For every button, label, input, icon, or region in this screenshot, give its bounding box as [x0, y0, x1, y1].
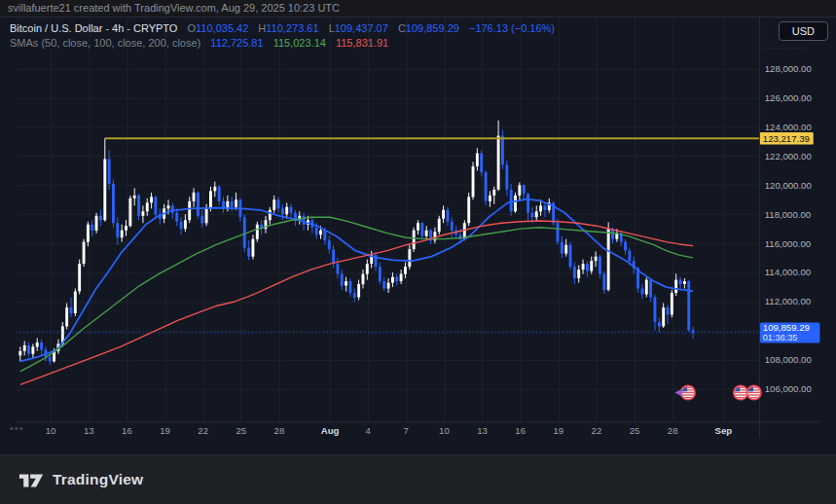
tradingview-brand-text[interactable]: TradingView [53, 471, 143, 488]
sma100-line[interactable] [20, 217, 693, 372]
interval-label[interactable]: 4h [112, 22, 124, 34]
exchange-label: CRYPTO [133, 22, 177, 34]
chart-area[interactable]: 128,000.00126,000.00124,000.00122,000.00… [0, 18, 836, 454]
svg-text:28: 28 [274, 425, 285, 436]
svg-text:112,000.00: 112,000.00 [765, 296, 811, 306]
svg-text:7: 7 [404, 425, 409, 436]
low-value: 109,437.07 [335, 22, 388, 34]
economic-event-icon[interactable] [681, 385, 695, 399]
svg-text:25: 25 [236, 425, 246, 436]
price-tag-yellow: 123,217.39 [760, 132, 814, 144]
event-arrow-icon [674, 389, 682, 397]
symbol-title[interactable]: Bitcoin / U.S. Dollar [10, 22, 102, 34]
symbol-row: Bitcoin / U.S. Dollar-4h-CRYPTO O110,035… [10, 21, 555, 36]
attribution-bar: svillafuerte21 created with TradingView.… [0, 0, 836, 18]
legend: Bitcoin / U.S. Dollar-4h-CRYPTO O110,035… [10, 21, 555, 51]
open-key: O [187, 22, 196, 34]
dimmed-price-label: - -- - -- - -- - -- [762, 44, 807, 51]
sma-row: SMAs (50, close, 100, close, 200, close)… [10, 36, 555, 51]
svg-text:123,217.39: 123,217.39 [763, 133, 810, 144]
svg-text:13: 13 [477, 425, 488, 436]
svg-text:126,000.00: 126,000.00 [765, 92, 812, 103]
svg-text:109,859.29: 109,859.29 [763, 322, 810, 333]
tradingview-logo-icon[interactable] [18, 470, 44, 490]
close-value: 109,859.29 [406, 22, 459, 34]
time-axis[interactable]: 10131619222528Aug4710131619222528Sep [46, 425, 733, 436]
svg-text:Sep: Sep [715, 425, 733, 436]
sma100-value: 115,023.14 [273, 37, 326, 49]
currency-toggle-button[interactable]: USD [779, 21, 828, 41]
svg-text:16: 16 [515, 425, 526, 436]
grid-layer [17, 18, 759, 421]
footer: TradingView [0, 454, 836, 504]
open-value: 110,035.42 [196, 22, 248, 34]
svg-text:25: 25 [630, 425, 640, 436]
svg-text:28: 28 [668, 425, 678, 436]
separator: - [105, 22, 109, 34]
price-chart[interactable]: 128,000.00126,000.00124,000.00122,000.00… [0, 18, 836, 454]
svg-text:22: 22 [198, 425, 208, 436]
svg-text:16: 16 [122, 425, 132, 436]
svg-text:128,000.00: 128,000.00 [765, 63, 812, 74]
svg-text:Aug: Aug [321, 425, 340, 436]
economic-event-icon[interactable] [747, 385, 761, 399]
svg-text:10: 10 [46, 425, 56, 436]
svg-text:108,000.00: 108,000.00 [765, 354, 812, 365]
attribution-text: svillafuerte21 created with TradingView.… [8, 2, 340, 14]
svg-text:106,000.00: 106,000.00 [765, 383, 812, 394]
high-value: 110,273.61 [266, 22, 318, 34]
separator: - [127, 22, 130, 34]
sma200-value: 115,831.91 [336, 37, 388, 49]
close-key: C [398, 22, 406, 34]
economic-event-icon[interactable] [734, 385, 747, 399]
change-value: −176.13 (−0.16%) [469, 22, 555, 34]
sma50-value: 112,725.81 [210, 37, 263, 49]
svg-text:22: 22 [592, 425, 602, 436]
svg-text:124,000.00: 124,000.00 [765, 122, 812, 132]
svg-text:19: 19 [553, 425, 563, 436]
svg-text:10: 10 [439, 425, 450, 436]
svg-text:4: 4 [366, 425, 372, 436]
svg-text:13: 13 [84, 425, 94, 436]
svg-text:120,000.00: 120,000.00 [765, 180, 812, 191]
sma-indicator-label[interactable]: SMAs (50, close, 100, close, 200, close) [10, 37, 200, 49]
svg-text:114,000.00: 114,000.00 [765, 267, 811, 277]
candles-layer [18, 121, 694, 365]
svg-text:116,000.00: 116,000.00 [765, 238, 811, 249]
current-price-tag: 109,859.2901:36:35 [760, 322, 820, 342]
svg-text:122,000.00: 122,000.00 [765, 151, 812, 162]
chart-options-dots[interactable]: ••• [10, 422, 24, 434]
svg-text:19: 19 [160, 425, 170, 436]
svg-text:118,000.00: 118,000.00 [765, 209, 811, 220]
countdown-timer: 01:36:35 [763, 333, 798, 342]
